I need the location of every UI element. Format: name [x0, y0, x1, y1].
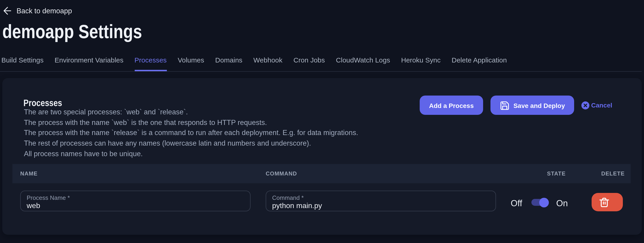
process-name-label: Process Name *	[27, 194, 70, 201]
state-off-label: Off	[511, 198, 522, 208]
state-on-label: On	[556, 198, 568, 208]
tab-build-settings[interactable]: Build Settings	[2, 56, 44, 71]
cancel-button[interactable]: Cancel	[581, 96, 612, 115]
panel-description-line: The are two special processes: `web` and…	[24, 107, 358, 117]
table-header: NAME COMMAND STATE DELETE	[12, 164, 631, 183]
trash-icon	[598, 197, 610, 207]
panel-description-line: The process with the name `web` is the o…	[24, 117, 358, 128]
state-toggle[interactable]	[532, 199, 548, 206]
tab-heroku-sync[interactable]: Heroku Sync	[401, 56, 440, 71]
panel-description-line: The process with the name `release` is a…	[24, 128, 358, 138]
state-toggle-knob	[539, 198, 548, 207]
panel-description: The are two special processes: `web` and…	[24, 107, 358, 159]
tab-bar: Build SettingsEnvironment VariablesProce…	[0, 0, 644, 71]
save-and-deploy-label: Save and Deploy	[514, 102, 565, 109]
add-process-label: Add a Process	[429, 102, 474, 109]
tab-volumes[interactable]: Volumes	[178, 56, 204, 71]
add-process-button[interactable]: Add a Process	[420, 96, 483, 115]
command-input[interactable]	[272, 201, 488, 210]
save-icon	[500, 100, 510, 110]
column-header-delete: DELETE	[601, 170, 625, 177]
tab-processes[interactable]: Processes	[134, 56, 167, 71]
command-label: Command *	[272, 194, 304, 201]
column-header-command: COMMAND	[266, 170, 297, 177]
panel-description-line: All process names have to be unique.	[24, 149, 358, 159]
tab-environment-variables[interactable]: Environment Variables	[54, 56, 124, 71]
command-field: Command *	[266, 191, 496, 211]
process-name-field: Process Name *	[20, 191, 250, 211]
tab-cron-jobs[interactable]: Cron Jobs	[294, 56, 325, 71]
save-and-deploy-button[interactable]: Save and Deploy	[490, 96, 574, 115]
x-circle-icon	[581, 101, 590, 110]
panel-heading: Processes	[24, 98, 62, 108]
delete-process-button[interactable]	[592, 193, 623, 211]
panel-description-line: The rest of processes can have any names…	[24, 138, 358, 149]
tab-bar-divider	[0, 71, 642, 71]
page: Back to demoapp demoapp Settings Build S…	[0, 0, 644, 243]
cancel-label: Cancel	[591, 101, 612, 109]
tab-domains[interactable]: Domains	[215, 56, 242, 71]
tab-webhook[interactable]: Webhook	[254, 56, 282, 71]
column-header-name: NAME	[20, 170, 38, 177]
process-name-input[interactable]	[27, 201, 243, 210]
column-header-state: STATE	[547, 170, 566, 177]
tab-cloudwatch-logs[interactable]: CloudWatch Logs	[336, 56, 390, 71]
tab-delete-application[interactable]: Delete Application	[452, 56, 507, 71]
